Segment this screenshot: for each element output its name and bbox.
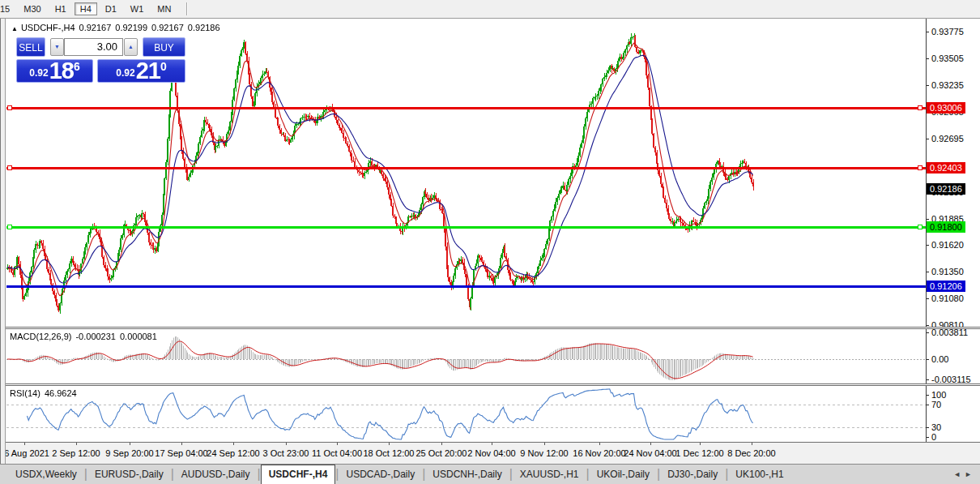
date-label: 8 Dec 20:00 bbox=[727, 448, 775, 458]
buy-price-pipette: 0 bbox=[160, 61, 167, 72]
price-level-badge-0.92403: 0.92403 bbox=[927, 162, 965, 173]
timeframe-button-d1[interactable]: D1 bbox=[100, 2, 122, 15]
price-tick-0.93505: 0.93505 bbox=[931, 54, 964, 63]
date-label: 24 Sep 12:00 bbox=[207, 448, 259, 458]
chart-tabs: USDX,Weekly|EURUSD-,Daily|AUDUSD-,Daily|… bbox=[0, 465, 791, 484]
rsi-tick-70: 70 bbox=[931, 400, 941, 409]
rsi-tick-0: 0 bbox=[931, 432, 936, 442]
rsi-panel-splitter[interactable] bbox=[0, 383, 980, 386]
date-label: 18 Oct 12:00 bbox=[364, 448, 415, 458]
date-label: 17 Sep 04:00 bbox=[155, 448, 207, 458]
ohlc-low: 0.92167 bbox=[151, 23, 184, 32]
date-label: 3 Oct 23:00 bbox=[263, 448, 309, 458]
chart-ohlc-header: ▲USDCHF-,H40.921670.921990.921670.92186 bbox=[11, 23, 224, 32]
horizontal-line-0.93006[interactable] bbox=[6, 107, 926, 109]
line-handle[interactable] bbox=[7, 105, 12, 110]
rsi-panel-canvas[interactable] bbox=[6, 386, 926, 441]
tab-ukoil-daily[interactable]: UKOil-,Daily bbox=[590, 465, 657, 484]
date-label: 25 Oct 20:00 bbox=[416, 448, 467, 458]
tab-scroll-arrows: ◄ ► bbox=[953, 465, 980, 484]
rsi-label: RSI(14)46.9624 bbox=[10, 388, 81, 398]
date-label: 24 Nov 04:00 bbox=[624, 448, 676, 458]
tab-usdcnh-daily[interactable]: USDCNH-,Daily bbox=[425, 465, 509, 484]
line-handle[interactable] bbox=[918, 105, 922, 110]
triangle-down-icon: ▼ bbox=[54, 44, 60, 49]
collapse-chart-icon[interactable]: ▲ bbox=[11, 25, 18, 32]
rsi-name: RSI(14) bbox=[10, 388, 40, 398]
volume-increase-button[interactable]: ▲ bbox=[124, 38, 138, 56]
volume-input[interactable]: 3.00 bbox=[64, 38, 123, 56]
buy-price-big: 21 bbox=[136, 60, 160, 81]
sell-button[interactable]: SELL bbox=[16, 37, 45, 57]
line-handle[interactable] bbox=[7, 165, 12, 170]
date-tick bbox=[24, 443, 25, 445]
tab-usdcad-daily[interactable]: USDCAD-,Daily bbox=[339, 465, 422, 484]
tab-dj30-daily[interactable]: DJ30-,Daily bbox=[660, 465, 725, 484]
price-tick-0.91080: 0.91080 bbox=[931, 293, 964, 303]
tab-uk100-h1[interactable]: UK100-,H1 bbox=[728, 465, 790, 484]
ohlc-open: 0.92167 bbox=[79, 23, 112, 32]
horizontal-line-0.91206[interactable] bbox=[6, 285, 926, 288]
date-tick bbox=[286, 443, 287, 445]
date-label: 11 Oct 04:00 bbox=[312, 448, 362, 458]
date-tick bbox=[76, 443, 77, 445]
macd-value-signal: 0.000081 bbox=[120, 332, 157, 341]
price-tick-0.91620: 0.91620 bbox=[931, 240, 964, 250]
timeframe-button-h1[interactable]: H1 bbox=[49, 2, 72, 15]
tab-usdchf-h4[interactable]: USDCHF-,H4 bbox=[261, 465, 336, 484]
time-axis[interactable]: 26 Aug 20212 Sep 12:009 Sep 20:0017 Sep … bbox=[6, 443, 980, 464]
timeframe-button-h4[interactable]: H4 bbox=[75, 2, 97, 15]
date-label: 2 Sep 12:00 bbox=[52, 448, 100, 458]
tab-xauusd-h1[interactable]: XAUUSD-,H1 bbox=[513, 465, 586, 484]
buy-price-display[interactable]: 0.92 21 0 bbox=[97, 59, 185, 83]
timeframe-button-mn[interactable]: MN bbox=[151, 2, 177, 15]
tab-scroll-right-icon[interactable]: ► bbox=[965, 470, 972, 478]
date-tick bbox=[650, 443, 651, 445]
macd-value-main: -0.000231 bbox=[75, 332, 116, 341]
horizontal-line-0.91800[interactable] bbox=[6, 226, 926, 229]
chart-tab-bar: USDX,Weekly|EURUSD-,Daily|AUDUSD-,Daily|… bbox=[0, 464, 980, 484]
price-tick-0.93235: 0.93235 bbox=[931, 80, 964, 90]
rsi-tick-100: 100 bbox=[931, 390, 946, 400]
macd-label: MACD(12,26,9)-0.0002310.000081 bbox=[10, 332, 161, 341]
tab-audusd-daily[interactable]: AUDUSD-,Daily bbox=[174, 465, 258, 484]
date-label: 1 Dec 12:00 bbox=[675, 448, 723, 458]
sell-price-big: 18 bbox=[49, 60, 74, 81]
timeframe-button-15[interactable]: 15 bbox=[0, 2, 15, 15]
date-tick bbox=[700, 443, 701, 445]
price-level-badge-0.91800: 0.91800 bbox=[927, 221, 965, 233]
line-handle[interactable] bbox=[7, 225, 12, 229]
date-label: 9 Nov 12:00 bbox=[520, 448, 568, 458]
date-tick bbox=[337, 443, 338, 445]
macd-panel-splitter[interactable] bbox=[0, 327, 980, 329]
macd-name: MACD(12,26,9) bbox=[10, 332, 71, 341]
sell-price-prefix: 0.92 bbox=[29, 66, 48, 81]
date-tick bbox=[181, 443, 182, 445]
line-handle[interactable] bbox=[918, 225, 922, 229]
horizontal-line-0.92403[interactable] bbox=[6, 167, 926, 169]
tab-usdx-weekly[interactable]: USDX,Weekly bbox=[8, 465, 84, 484]
volume-decrease-button[interactable]: ▼ bbox=[50, 38, 64, 56]
date-tick bbox=[752, 443, 752, 445]
price-tick-0.93775: 0.93775 bbox=[931, 27, 964, 36]
toolbar-separator bbox=[186, 2, 188, 15]
timeframe-button-m30[interactable]: M30 bbox=[18, 2, 46, 15]
price-level-badge-0.91206: 0.91206 bbox=[927, 281, 965, 292]
buy-price-prefix: 0.92 bbox=[116, 66, 134, 81]
date-tick bbox=[233, 443, 234, 445]
tab-eurusd-daily[interactable]: EURUSD-,Daily bbox=[87, 465, 171, 484]
line-handle[interactable] bbox=[918, 165, 922, 170]
rsi-panel-bottom-border bbox=[0, 442, 980, 443]
timeframe-button-w1[interactable]: W1 bbox=[125, 2, 150, 15]
ohlc-high: 0.92199 bbox=[115, 23, 147, 32]
sell-price-display[interactable]: 0.92 18 6 bbox=[16, 59, 93, 83]
tab-scroll-left-icon[interactable]: ◄ bbox=[953, 470, 961, 478]
buy-button[interactable]: BUY bbox=[143, 37, 185, 57]
one-click-trade-widget: SELL ▼ 3.00 ▲ BUY 0.92 18 6 0.92 21 0 bbox=[16, 36, 186, 83]
window-left-frame bbox=[0, 19, 6, 464]
sell-price-pipette: 6 bbox=[74, 61, 80, 72]
triangle-up-icon: ▲ bbox=[128, 44, 134, 49]
date-label: 2 Nov 04:00 bbox=[467, 448, 515, 458]
date-tick bbox=[130, 443, 130, 445]
date-label: 26 Aug 2021 bbox=[0, 448, 49, 458]
